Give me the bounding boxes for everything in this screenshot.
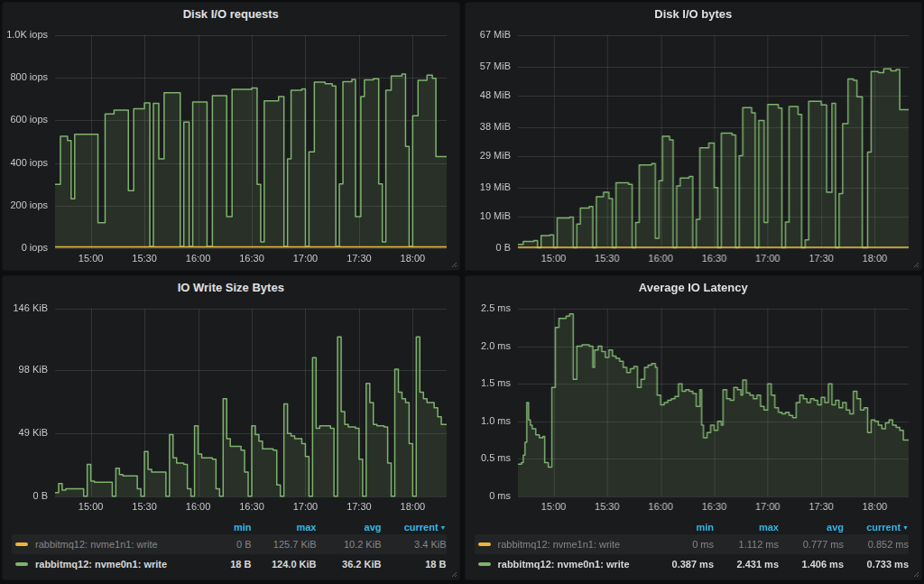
legend-header-min[interactable]: min: [649, 522, 714, 533]
series-label[interactable]: rabbitmq12: nvme1n1: write: [35, 539, 158, 550]
legend-header-max[interactable]: max: [714, 522, 779, 533]
legend-table: min max avg current▼ rabbitmq12: nvme1n1…: [3, 518, 459, 579]
legend-header-max[interactable]: max: [252, 522, 317, 533]
disk-io-requests-chart[interactable]: [3, 26, 459, 270]
panel-title[interactable]: IO Write Size Bytes: [3, 276, 459, 300]
stat-max: 125.7 KiB: [252, 539, 317, 550]
legend-row-nvme1n1: rabbitmq12: nvme1n1: write 0 ms 1.112 ms…: [475, 534, 910, 554]
average-io-latency-chart[interactable]: [466, 300, 922, 518]
stat-max: 2.431 ms: [714, 559, 779, 570]
stat-max: 124.0 KiB: [252, 559, 317, 570]
stat-max: 1.112 ms: [714, 539, 779, 550]
panel-resize-handle-icon[interactable]: [912, 261, 919, 268]
legend-row-nvme1n1: rabbitmq12: nvme1n1: write 0 B 125.7 KiB…: [12, 534, 447, 554]
legend-header-min[interactable]: min: [187, 522, 252, 533]
stat-avg: 10.2 KiB: [317, 539, 382, 550]
panel-average-io-latency: Average IO Latency min max avg current▼ …: [465, 275, 923, 580]
series-color-swatch[interactable]: [15, 562, 28, 566]
panel-title[interactable]: Average IO Latency: [466, 276, 922, 300]
io-write-size-chart[interactable]: [3, 300, 459, 518]
legend-header-current[interactable]: current▼: [382, 522, 447, 533]
series-label[interactable]: rabbitmq12: nvme0n1: write: [498, 559, 630, 570]
series-color-swatch[interactable]: [15, 542, 28, 546]
series-label[interactable]: rabbitmq12: nvme0n1: write: [35, 559, 167, 570]
panel-io-write-size-bytes: IO Write Size Bytes min max avg current▼…: [2, 275, 460, 580]
stat-min: 18 B: [187, 559, 252, 570]
disk-io-bytes-chart[interactable]: [466, 26, 922, 270]
series-color-swatch[interactable]: [478, 542, 491, 546]
legend-header-avg[interactable]: avg: [317, 522, 382, 533]
stat-avg: 1.406 ms: [779, 559, 844, 570]
panel-title[interactable]: Disk I/O bytes: [466, 3, 922, 26]
legend-table: min max avg current▼ rabbitmq12: nvme1n1…: [466, 518, 922, 579]
legend-row-nvme0n1: rabbitmq12: nvme0n1: write 18 B 124.0 Ki…: [12, 554, 447, 574]
series-color-swatch[interactable]: [478, 562, 491, 566]
panel-title[interactable]: Disk I/O requests: [3, 3, 459, 26]
grafana-dashboard: Disk I/O requests Disk I/O bytes IO Writ…: [0, 0, 924, 584]
stat-min: 0.387 ms: [649, 559, 714, 570]
panel-resize-handle-icon[interactable]: [450, 261, 457, 268]
stat-min: 0 B: [187, 539, 252, 550]
panel-resize-handle-icon[interactable]: [450, 570, 457, 578]
sort-caret-icon: ▼: [902, 524, 909, 531]
stat-avg: 36.2 KiB: [317, 559, 382, 570]
panel-disk-io-bytes: Disk I/O bytes: [465, 2, 923, 271]
stat-min: 0 ms: [649, 539, 714, 550]
panel-resize-handle-icon[interactable]: [912, 570, 919, 578]
legend-header-row: min max avg current▼: [475, 519, 910, 534]
legend-header-current[interactable]: current▼: [844, 522, 909, 533]
stat-avg: 0.777 ms: [779, 539, 844, 550]
series-label[interactable]: rabbitmq12: nvme1n1: write: [498, 539, 621, 550]
stat-current: 0.852 ms: [844, 539, 909, 550]
stat-current: 0.733 ms: [844, 559, 909, 570]
sort-caret-icon: ▼: [440, 524, 447, 531]
stat-current: 3.4 KiB: [382, 539, 447, 550]
legend-header-avg[interactable]: avg: [779, 522, 844, 533]
legend-row-nvme0n1: rabbitmq12: nvme0n1: write 0.387 ms 2.43…: [475, 554, 910, 574]
stat-current: 18 B: [382, 559, 447, 570]
panel-disk-io-requests: Disk I/O requests: [2, 2, 460, 271]
legend-header-row: min max avg current▼: [12, 519, 447, 534]
